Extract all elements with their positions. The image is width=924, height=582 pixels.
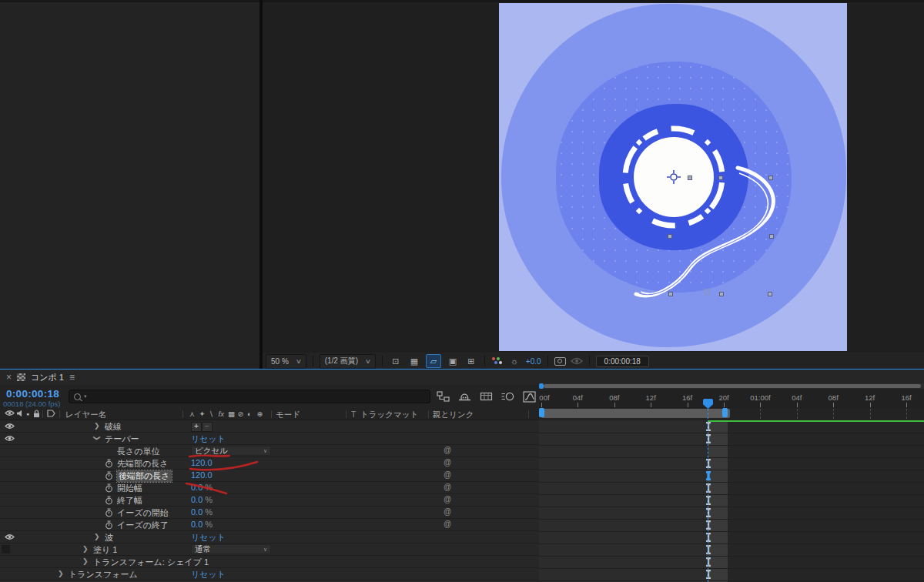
property-label[interactable]: 後端部の長さ bbox=[117, 470, 172, 482]
reset-link[interactable]: リセット bbox=[191, 569, 226, 580]
lock-icon[interactable] bbox=[33, 410, 40, 418]
property-label[interactable]: 塗り 1 bbox=[93, 544, 117, 556]
stopwatch-icon[interactable] bbox=[105, 471, 113, 480]
grid-guides-icon[interactable]: ⊞ bbox=[464, 355, 478, 367]
property-value[interactable]: 120.0 bbox=[191, 470, 213, 480]
anchor-point-icon[interactable] bbox=[666, 169, 681, 185]
work-area-bar[interactable] bbox=[541, 409, 730, 418]
visibility-box[interactable] bbox=[2, 545, 10, 554]
exposure-icon[interactable]: ☼ bbox=[507, 355, 521, 367]
timeline-navigator[interactable] bbox=[539, 383, 924, 389]
motion-blur-button[interactable] bbox=[500, 390, 515, 403]
solo-icon[interactable]: ● bbox=[26, 411, 29, 416]
selection-handle[interactable] bbox=[688, 176, 692, 180]
property-row[interactable]: イーズの開始0.0 %@ bbox=[0, 507, 539, 519]
property-row[interactable]: ❯破線+− bbox=[0, 420, 539, 433]
property-label[interactable]: イーズの開始 bbox=[117, 507, 169, 519]
work-area-start-handle[interactable] bbox=[539, 408, 544, 417]
pick-whip-icon[interactable]: @ bbox=[444, 446, 451, 454]
twirl-closed-icon[interactable]: ❯ bbox=[94, 533, 100, 540]
selection-handle[interactable] bbox=[768, 292, 772, 296]
selection-handle[interactable] bbox=[668, 234, 672, 239]
close-icon[interactable]: × bbox=[6, 372, 12, 383]
show-snapshot-icon[interactable] bbox=[571, 357, 583, 365]
channel-rgb-icon[interactable] bbox=[491, 356, 503, 366]
stopwatch-icon[interactable] bbox=[105, 496, 113, 505]
speaker-icon[interactable] bbox=[16, 410, 24, 417]
property-value[interactable]: 120.0 bbox=[191, 458, 213, 467]
twirl-closed-icon[interactable]: ❯ bbox=[58, 570, 64, 577]
time-ruler[interactable]: 0:00f04f08f12f16f20f01:00f04f08f12f16f bbox=[539, 389, 924, 408]
property-label[interactable]: 長さの単位 bbox=[117, 446, 160, 457]
pick-whip-icon[interactable]: @ bbox=[444, 458, 451, 467]
pick-whip-icon[interactable]: @ bbox=[444, 495, 451, 503]
zoom-fit-icon[interactable]: ⊡ bbox=[389, 355, 403, 367]
value-dropdown[interactable]: 通常∨ bbox=[191, 544, 271, 554]
column-mode[interactable]: モード bbox=[276, 410, 300, 420]
eye-icon[interactable] bbox=[5, 435, 15, 442]
add-property-button[interactable]: + bbox=[191, 422, 202, 432]
resolution-select[interactable]: (1/2 画質) ∨ bbox=[320, 354, 376, 369]
property-value[interactable]: 0.0 % bbox=[191, 483, 213, 492]
eye-column-icon[interactable] bbox=[5, 410, 15, 416]
property-row[interactable]: ❯波リセット bbox=[0, 531, 539, 544]
search-input[interactable]: ▾ bbox=[69, 390, 430, 403]
selection-handle[interactable] bbox=[769, 234, 774, 239]
property-label[interactable]: 波 bbox=[105, 532, 113, 544]
remove-property-button[interactable]: − bbox=[202, 422, 213, 432]
property-label[interactable]: テーパー bbox=[105, 433, 139, 445]
property-row[interactable]: ❯テーパーリセット bbox=[0, 433, 539, 445]
snapshot-camera-icon[interactable] bbox=[554, 357, 566, 366]
stopwatch-icon[interactable] bbox=[105, 459, 113, 468]
property-value[interactable]: 0.0 % bbox=[191, 520, 213, 529]
mask-outline-toggle-icon[interactable]: ▱ bbox=[426, 354, 441, 368]
column-parent-link[interactable]: 親とリンク bbox=[433, 410, 474, 420]
eye-icon[interactable] bbox=[5, 423, 15, 430]
twirl-open-icon[interactable]: ❯ bbox=[93, 435, 101, 441]
work-area-end-handle[interactable] bbox=[722, 408, 728, 417]
region-of-interest-icon[interactable]: ▣ bbox=[446, 355, 460, 367]
property-label[interactable]: トランスフォーム bbox=[69, 569, 138, 580]
property-value[interactable]: 0.0 % bbox=[191, 495, 213, 504]
stopwatch-icon[interactable] bbox=[105, 508, 113, 517]
reset-link[interactable]: リセット bbox=[191, 532, 226, 544]
column-track-matte[interactable]: トラックマット bbox=[360, 410, 418, 420]
column-layer-name[interactable]: レイヤー名 bbox=[65, 410, 106, 420]
property-row[interactable]: ❯トランスフォームリセット bbox=[0, 568, 539, 580]
magnification-select[interactable]: 50 % ∨ bbox=[266, 354, 306, 369]
property-value[interactable]: 0.0 % bbox=[191, 507, 213, 517]
twirl-closed-icon[interactable]: ❯ bbox=[82, 557, 89, 565]
value-dropdown[interactable]: ピクセル∨ bbox=[191, 446, 271, 456]
property-row[interactable]: 終了幅0.0 %@ bbox=[0, 494, 539, 507]
selection-handle[interactable] bbox=[719, 292, 724, 296]
property-row[interactable]: イーズの終了0.0 %@ bbox=[0, 519, 539, 531]
selection-handle[interactable] bbox=[668, 292, 673, 296]
navigator-handle[interactable] bbox=[544, 384, 921, 388]
property-row[interactable]: 長さの単位ピクセル∨@ bbox=[0, 445, 539, 457]
composition-viewport[interactable] bbox=[499, 3, 847, 351]
selection-handle[interactable] bbox=[768, 176, 773, 180]
property-row[interactable]: ❯トランスフォーム: シェイプ 1 bbox=[0, 556, 539, 568]
property-label[interactable]: 開始幅 bbox=[117, 483, 142, 494]
pick-whip-icon[interactable]: @ bbox=[444, 520, 451, 528]
graph-editor-button[interactable] bbox=[522, 390, 537, 403]
property-label[interactable]: 破線 bbox=[105, 421, 122, 433]
selection-handle[interactable] bbox=[718, 176, 723, 180]
property-row[interactable]: 先端部の長さ120.0@ bbox=[0, 457, 539, 470]
keyframe-graph-area[interactable] bbox=[539, 420, 924, 582]
property-row[interactable]: ❯塗り 1通常∨ bbox=[0, 544, 539, 556]
tab-comp-1[interactable]: コンポ 1 bbox=[31, 372, 64, 383]
property-label[interactable]: イーズの終了 bbox=[117, 520, 169, 531]
pick-whip-icon[interactable]: @ bbox=[444, 507, 451, 516]
current-time-display[interactable]: 0:00:00:18 bbox=[6, 388, 59, 400]
property-label[interactable]: 終了幅 bbox=[117, 495, 142, 507]
twirl-closed-icon[interactable]: ❯ bbox=[94, 422, 100, 430]
twirl-closed-icon[interactable]: ❯ bbox=[82, 545, 89, 553]
reset-link[interactable]: リセット bbox=[191, 433, 226, 445]
stopwatch-icon[interactable] bbox=[105, 520, 113, 530]
label-tag-icon[interactable] bbox=[47, 410, 55, 417]
eye-icon[interactable] bbox=[5, 534, 15, 540]
property-row[interactable]: 後端部の長さ120.0@ bbox=[0, 470, 539, 482]
navigator-start-cap[interactable] bbox=[539, 383, 544, 389]
pick-whip-icon[interactable]: @ bbox=[444, 470, 451, 479]
